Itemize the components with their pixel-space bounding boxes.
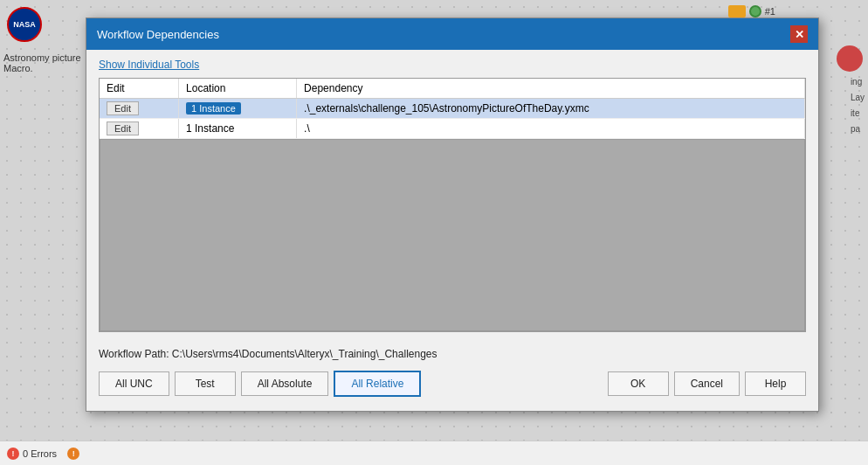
ok-button[interactable]: OK xyxy=(608,371,669,396)
all-relative-button[interactable]: All Relative xyxy=(334,371,421,397)
dialog-body: Show Individual Tools Edit Location Depe… xyxy=(86,50,818,411)
right-panel: ing Lay ite pa xyxy=(851,74,865,137)
all-unc-button[interactable]: All UNC xyxy=(99,371,169,396)
help-button[interactable]: Help xyxy=(745,371,806,396)
error-indicator: ! 0 Errors xyxy=(7,448,57,460)
show-individual-tools-link[interactable]: Show Individual Tools xyxy=(99,59,806,71)
right-panel-label-1: ing xyxy=(851,74,865,90)
table-row: Edit 1 Instance .\ xyxy=(100,119,805,139)
workflow-path-label: Workflow Path: xyxy=(99,348,169,360)
right-panel-label-4: pa xyxy=(851,121,865,137)
row1-edit-button[interactable]: Edit xyxy=(107,101,139,115)
dialog-button-row: All UNC Test All Absolute All Relative O… xyxy=(99,364,806,402)
row2-edit-button[interactable]: Edit xyxy=(107,121,139,135)
all-absolute-button[interactable]: All Absolute xyxy=(241,371,329,396)
row2-dependency-cell: .\ xyxy=(297,119,805,139)
test-button[interactable]: Test xyxy=(175,371,236,396)
row2-edit-cell: Edit xyxy=(100,119,179,139)
row1-instance-badge: 1 Instance xyxy=(186,102,241,115)
right-side-node xyxy=(837,45,863,72)
nasa-logo: NASA xyxy=(7,7,42,42)
row1-location-cell: 1 Instance xyxy=(179,99,297,119)
table-header-row: Edit Location Dependency xyxy=(100,79,805,99)
sidebar-label: Astronomy picture Macro. xyxy=(3,52,82,73)
col-header-edit: Edit xyxy=(100,79,179,99)
row2-location-cell: 1 Instance xyxy=(179,119,297,139)
status-bar: ! 0 Errors ! xyxy=(0,441,868,465)
dialog-close-button[interactable]: ✕ xyxy=(790,25,808,43)
workflow-node-box xyxy=(728,5,746,17)
dialog-titlebar: Workflow Dependencies ✕ xyxy=(86,18,818,50)
right-panel-label-3: ite xyxy=(851,106,865,121)
row1-dependency-cell: .\_externals\challenge_105\AstronomyPict… xyxy=(297,99,805,119)
dependencies-table-container: Edit Location Dependency Edit 1 Instance… xyxy=(99,78,806,332)
cancel-button[interactable]: Cancel xyxy=(674,371,740,396)
table-row: Edit 1 Instance .\_externals\challenge_1… xyxy=(100,99,805,119)
error-icon: ! xyxy=(7,448,19,460)
dialog-title: Workflow Dependencies xyxy=(97,28,219,41)
hash-label: #1 xyxy=(765,6,775,17)
top-node-area: #1 xyxy=(723,0,781,23)
right-panel-label-2: Lay xyxy=(851,90,865,106)
col-header-dependency: Dependency xyxy=(297,79,805,99)
warning-indicator: ! xyxy=(67,448,79,460)
dependencies-table: Edit Location Dependency Edit 1 Instance… xyxy=(100,79,805,139)
row1-edit-cell: Edit xyxy=(100,99,179,119)
workflow-dependencies-dialog: Workflow Dependencies ✕ Show Individual … xyxy=(86,17,819,412)
table-gray-area xyxy=(100,139,805,331)
workflow-path-value: C:\Users\rms4\Documents\Alteryx\_Trainin… xyxy=(172,348,437,360)
workflow-node-circle xyxy=(749,5,761,17)
error-count-label: 0 Errors xyxy=(23,448,57,459)
warning-icon: ! xyxy=(67,448,79,460)
workflow-path-row: Workflow Path: C:\Users\rms4\Documents\A… xyxy=(99,341,806,364)
col-header-location: Location xyxy=(179,79,297,99)
